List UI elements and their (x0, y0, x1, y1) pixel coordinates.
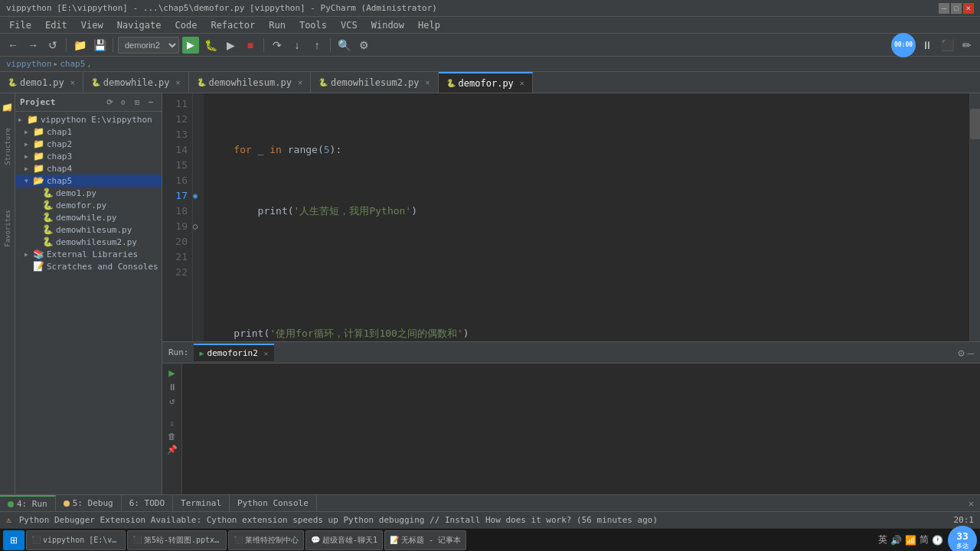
tab-close-demowhilesum[interactable]: ✕ (298, 78, 302, 86)
tree-item-chap2[interactable]: ▶ 📁 chap2 (15, 138, 162, 150)
step-into-btn[interactable]: ↓ (289, 37, 305, 54)
run-scroll-end-btn[interactable]: ⇩ (169, 419, 175, 429)
menu-view[interactable]: View (75, 18, 109, 32)
run-minimize-btn[interactable]: — (968, 347, 974, 359)
file-icon-demowhilepy: 🐍 (42, 212, 54, 223)
toolbar-project-btn[interactable]: 📁 (71, 37, 88, 54)
tree-item-scratches[interactable]: 📝 Scratches and Consoles (15, 260, 162, 272)
taskbar-pptx[interactable]: ⬛ 第5站-转圆图.pptx... (127, 530, 227, 550)
menu-navigate[interactable]: Navigate (111, 18, 168, 32)
run-pin-btn[interactable]: 📌 (167, 445, 178, 455)
stop-cam-btn[interactable]: ⬛ (939, 37, 956, 54)
close-notif-btn[interactable]: ✕ (962, 498, 980, 509)
run-button[interactable]: ▶ (182, 37, 199, 54)
bottom-tab-terminal[interactable]: Terminal (173, 495, 230, 511)
tab-close-demowhilesum2[interactable]: ✕ (426, 78, 430, 86)
run-tab-close[interactable]: ✕ (264, 350, 268, 357)
toolbar-refresh-btn[interactable]: ↺ (44, 37, 61, 54)
tab-demowhilesum[interactable]: 🐍 demowhilesum.py ✕ (189, 72, 311, 93)
menu-vcs[interactable]: VCS (335, 18, 364, 32)
taskbar-control[interactable]: ⬛ 莱维特控制中心 (228, 530, 304, 550)
code-content[interactable]: for _ in range(5): print('人生苦短，我用Python'… (204, 93, 969, 341)
tree-item-demowhilesum2py[interactable]: 🐍 demowhilesum2.py (15, 236, 162, 248)
menu-help[interactable]: Help (412, 18, 446, 32)
line-num-22: 22 (162, 265, 188, 280)
project-sync-btn[interactable]: ⟳ (103, 96, 116, 109)
settings-btn[interactable]: ⚙ (355, 37, 372, 54)
tree-item-demo1py[interactable]: 🐍 demo1.py (15, 187, 162, 199)
step-out-btn[interactable]: ↑ (309, 37, 325, 54)
tree-item-chap4[interactable]: ▶ 📁 chap4 (15, 162, 162, 174)
run-settings-btn[interactable]: ⚙ (958, 347, 964, 359)
bottom-tab-debug[interactable]: 5: Debug (56, 495, 122, 511)
taskbar-notepad[interactable]: 📝 无标题 - 记事本 (384, 530, 466, 550)
find-btn[interactable]: 🔍 (335, 37, 352, 54)
toolbar-back-btn[interactable]: ← (5, 37, 21, 54)
structure-label[interactable]: Structure (2, 122, 13, 171)
project-collapse-btn[interactable]: — (145, 96, 157, 109)
tab-close-demowhile[interactable]: ✕ (176, 78, 181, 86)
bottom-tab-todo[interactable]: 6: TODO (122, 495, 173, 511)
step-over-btn[interactable]: ↷ (269, 37, 286, 54)
tree-item-ext-lib[interactable]: ▶ 📚 External Libraries (15, 248, 162, 260)
tab-demowhile[interactable]: 🐍 demowhile.py ✕ (83, 72, 189, 93)
taskbar-pycharm[interactable]: ⬛ vippython [E:\vip... (26, 530, 126, 550)
toolbar-save-btn[interactable]: 💾 (91, 37, 108, 54)
minimize-button[interactable]: ─ (939, 3, 949, 14)
status-message: Python Debugger Extension Available: Cyt… (19, 515, 949, 525)
project-icon[interactable]: 📁 (1, 96, 15, 120)
tray-icon-3[interactable]: 📶 (905, 535, 916, 546)
menu-tools[interactable]: Tools (293, 18, 333, 32)
menu-code[interactable]: Code (169, 18, 204, 32)
stop-button[interactable]: ■ (242, 37, 259, 54)
project-title: Project (20, 97, 55, 107)
tab-close-demo1[interactable]: ✕ (70, 78, 75, 86)
run-clear-btn[interactable]: 🗑 (168, 432, 176, 442)
maximize-button[interactable]: □ (951, 3, 962, 14)
scrollbar-thumb[interactable] (970, 109, 980, 139)
edit-btn[interactable]: ✏ (959, 37, 975, 54)
tab-close-demofor[interactable]: ✕ (520, 79, 524, 87)
bottom-tab-python-console[interactable]: Python Console (230, 495, 317, 511)
favorites-label[interactable]: Favorites (2, 204, 13, 253)
tree-item-demowhilepy[interactable]: 🐍 demowhile.py (15, 211, 162, 223)
cam-badge[interactable]: 00:00 (891, 33, 916, 57)
tree-item-vippython[interactable]: ▶ 📁 vippython E:\vippython (15, 113, 162, 126)
menu-edit[interactable]: Edit (39, 18, 74, 32)
run-rerun-btn[interactable]: ↺ (169, 396, 175, 406)
start-button[interactable]: ⊞ (3, 530, 24, 550)
tab-demo1[interactable]: 🐍 demo1.py ✕ (0, 72, 83, 93)
tree-item-chap5[interactable]: ▼ 📂 chap5 (15, 174, 162, 187)
coverage-button[interactable]: ▶ (222, 37, 239, 54)
tree-item-demowhilesumpy[interactable]: 🐍 demowhilesum.py (15, 223, 162, 236)
right-scroll-area[interactable] (969, 93, 980, 341)
tab-demowhilesum2[interactable]: 🐍 demowhilesum2.py ✕ (311, 72, 439, 93)
menu-run[interactable]: Run (263, 18, 292, 32)
tab-demofor[interactable]: 🐍 demofor.py ✕ (439, 72, 533, 93)
tree-item-chap3[interactable]: ▶ 📁 chap3 (15, 150, 162, 162)
project-gear-btn[interactable]: ⚙ (117, 96, 129, 109)
tray-icon-2[interactable]: 🔊 (890, 535, 902, 546)
tray-icon-4[interactable]: 简 (920, 533, 929, 546)
tray-icon-1[interactable]: 英 (878, 533, 887, 546)
run-stop-btn[interactable]: ⏸ (168, 382, 177, 393)
menu-file[interactable]: File (3, 18, 38, 32)
run-tab-demoforin2[interactable]: ▶ demoforin2 ✕ (194, 344, 275, 361)
project-expand-btn[interactable]: ⊞ (131, 96, 143, 109)
menu-refactor[interactable]: Refactor (204, 18, 261, 32)
run-config-combo[interactable]: demorin2 (118, 37, 179, 54)
tray-icon-5[interactable]: 🕐 (932, 535, 943, 546)
tree-label-ext-lib: External Libraries (47, 249, 138, 259)
debug-button[interactable]: 🐛 (202, 37, 219, 54)
toolbar-forward-btn[interactable]: → (24, 37, 41, 54)
taskbar-chat[interactable]: 💬 超级音雄-聊天1 (305, 530, 383, 550)
circle-badge[interactable]: 33 多达 (948, 526, 977, 552)
tree-item-chap1[interactable]: ▶ 📁 chap1 (15, 126, 162, 138)
menu-window[interactable]: Window (365, 18, 410, 32)
pause-btn[interactable]: ⏸ (919, 37, 936, 54)
tree-label-chap5: chap5 (47, 176, 72, 186)
tree-item-demoforpy[interactable]: 🐍 demofor.py (15, 199, 162, 211)
close-button[interactable]: ✕ (963, 3, 974, 14)
bottom-tab-run[interactable]: 4: Run (0, 495, 56, 511)
run-play-btn[interactable]: ▶ (168, 367, 175, 379)
